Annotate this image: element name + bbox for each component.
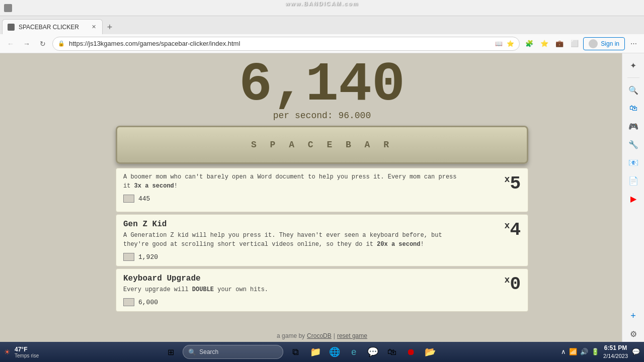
obs-icon[interactable]: ⏺: [403, 344, 419, 360]
keyboard-count: x0: [505, 274, 521, 295]
crocodb-link[interactable]: CrocoDB: [307, 332, 332, 339]
partial-cost-value: 445: [138, 195, 150, 203]
copilot-icon[interactable]: ✦: [625, 57, 641, 73]
sidebar-youtube-icon[interactable]: ▶: [625, 191, 641, 207]
network-icon[interactable]: 📶: [569, 348, 577, 355]
partial-desc-line1: A boomer mom who can't barely open a Wor…: [123, 173, 457, 180]
keyboard-cost-value: 6,000: [138, 299, 158, 306]
keyboard-cost-row: 6,000: [123, 298, 521, 306]
per-second-label: per second:: [273, 111, 333, 121]
partial-count-value: 5: [510, 173, 521, 194]
taskbar-center: ⊞ 🔍 Search ⧉ 📁 🌐 e 💬 🛍 ⏺ 📂: [39, 343, 561, 361]
start-button[interactable]: ⊞: [162, 343, 180, 361]
chrome-icon[interactable]: 🌐: [327, 344, 343, 360]
new-tab-button[interactable]: +: [103, 20, 117, 34]
keyboard-cost-icon: [123, 298, 134, 306]
clock-date: 2/14/2023: [603, 352, 628, 359]
partial-upgrade-card[interactable]: x5 A boomer mom who can't barely open a …: [116, 168, 528, 212]
score-display: 6,140 per second: 96.000: [239, 53, 405, 121]
favorites-icon: ⭐: [507, 40, 514, 47]
url-text: https://js13kgames.com/games/spacebar-cl…: [69, 40, 491, 47]
taskbar-right: ∧ 📶 🔊 🔋 6:51 PM 2/14/2023 💬: [561, 344, 640, 359]
keyboard-title: Keyboard Upgrade: [123, 274, 521, 283]
weather-info: 47°F Temps rise: [15, 346, 39, 358]
sidebar-search-icon[interactable]: 🔍: [625, 82, 641, 98]
keyboard-count-value: 0: [510, 274, 521, 295]
sidebar-shopping-icon[interactable]: 🛍: [625, 100, 641, 116]
gen-z-cost-value: 1,920: [138, 253, 158, 261]
partial-cost-icon: [123, 195, 134, 203]
keyboard-upgrade-card[interactable]: x0 Keyboard Upgrade Every upgrade will D…: [116, 268, 528, 312]
sidebar-add-button[interactable]: +: [625, 308, 641, 324]
sidebar-games-icon[interactable]: 🎮: [625, 118, 641, 134]
gen-z-desc-line2: they're good at scrolling short vertical…: [123, 241, 424, 248]
extensions-icon[interactable]: 🧩: [523, 37, 536, 50]
window-icon: [4, 4, 12, 12]
clock[interactable]: 6:51 PM 2/14/2023: [603, 344, 628, 359]
gen-z-desc: A Generation Z kid will help you press i…: [123, 231, 521, 249]
tab-title: SPACEBAR CLICKER: [19, 24, 79, 31]
browser-tab[interactable]: SPACEBAR CLICKER ✕: [2, 19, 103, 34]
lock-icon: 🔒: [58, 40, 65, 47]
refresh-button[interactable]: ↻: [36, 37, 49, 50]
gen-z-count-prefix: x: [505, 221, 510, 231]
sidebar-office-icon[interactable]: 📄: [625, 172, 641, 189]
per-second-value: 96.000: [338, 111, 371, 121]
taskbar-search[interactable]: 🔍 Search: [183, 345, 283, 359]
partial-desc-bold: it 3x a second!: [123, 183, 178, 190]
tray-overflow[interactable]: ∧: [561, 348, 566, 355]
split-screen-icon[interactable]: ⬜: [568, 37, 581, 50]
spacebar-label: S P A C E B A R: [251, 140, 393, 150]
favorites-button[interactable]: ⭐: [538, 37, 551, 50]
battery-icon[interactable]: 🔋: [591, 348, 599, 355]
edge-sidebar: ✦ 🔍 🛍 🎮 🔧 📧 📄 ▶ + ⚙: [622, 53, 644, 342]
partial-cost-row: 445: [123, 195, 521, 203]
search-placeholder: Search: [199, 348, 218, 355]
sidebar-outlook-icon[interactable]: 📧: [625, 154, 641, 170]
upgrades-container: x5 A boomer mom who can't barely open a …: [116, 168, 528, 342]
folder-icon-2[interactable]: 📂: [422, 344, 438, 360]
sign-in-button[interactable]: Sign in: [583, 37, 625, 50]
windows-store-icon[interactable]: 🛍: [384, 344, 400, 360]
forward-button[interactable]: →: [20, 37, 33, 50]
reset-game-link[interactable]: reset game: [337, 332, 367, 339]
partial-count-prefix: x: [505, 174, 510, 185]
gen-z-upgrade-card[interactable]: x4 Gen Z Kid A Generation Z kid will hel…: [116, 214, 528, 266]
user-avatar: [589, 39, 598, 48]
sidebar-divider: [627, 77, 639, 78]
menu-button[interactable]: ⋯: [627, 37, 640, 50]
system-tray: ∧ 📶 🔊 🔋: [561, 348, 599, 355]
weather-temp: 47°F: [15, 346, 39, 353]
sidebar-settings-icon[interactable]: ⚙: [625, 326, 641, 342]
volume-icon[interactable]: 🔊: [580, 348, 588, 355]
address-bar[interactable]: 🔒 https://js13kgames.com/games/spacebar-…: [52, 37, 520, 51]
keyboard-count-prefix: x: [505, 275, 510, 285]
file-explorer-icon[interactable]: 📁: [307, 344, 324, 360]
partial-card-desc: A boomer mom who can't barely open a Wor…: [123, 172, 521, 191]
tab-favicon: [8, 24, 15, 31]
gen-z-cost-row: 1,920: [123, 253, 521, 261]
sidebar-tools-icon[interactable]: 🔧: [625, 136, 641, 152]
back-button[interactable]: ←: [4, 37, 17, 50]
edge-icon[interactable]: e: [346, 344, 362, 360]
task-view-button[interactable]: ⧉: [286, 343, 304, 361]
tab-close-button[interactable]: ✕: [90, 24, 97, 31]
nav-right-icons: 🧩 ⭐ 💼 ⬜ Sign in ⋯: [523, 37, 640, 50]
collections-icon[interactable]: 💼: [553, 37, 566, 50]
taskbar-left: ☀ 47°F Temps rise: [4, 346, 39, 358]
gen-z-count-value: 4: [510, 220, 521, 240]
reader-icon: 📖: [495, 40, 503, 47]
gen-z-cost-icon: [123, 253, 134, 261]
keyboard-desc: Every upgrade will DOUBLE your own hits.: [123, 285, 521, 294]
browser-content: 6,140 per second: 96.000 S P A C E B A R…: [0, 53, 644, 342]
partial-upgrade-count: x5: [505, 173, 521, 194]
footer: a game by CrocoDB | reset game: [0, 330, 644, 342]
taskbar: ☀ 47°F Temps rise ⊞ 🔍 Search ⧉ 📁 🌐 e 💬 🛍…: [0, 342, 644, 362]
notification-icon[interactable]: 💬: [632, 348, 640, 355]
gen-z-count: x4: [505, 220, 521, 240]
discord-icon[interactable]: 💬: [365, 344, 381, 360]
sign-in-label: Sign in: [601, 40, 619, 47]
gen-z-title: Gen Z Kid: [123, 220, 521, 229]
nav-bar: ← → ↻ 🔒 https://js13kgames.com/games/spa…: [0, 34, 644, 53]
spacebar-button[interactable]: S P A C E B A R: [116, 126, 528, 164]
